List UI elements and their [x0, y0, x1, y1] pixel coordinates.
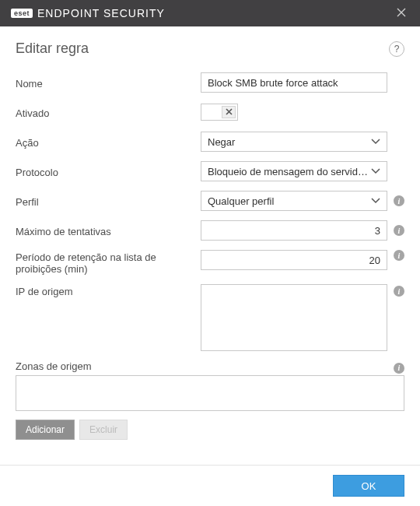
delete-button: Excluir — [79, 420, 128, 440]
form: Nome Ativado Ação Negar — [0, 61, 420, 440]
name-label: Nome — [16, 76, 201, 90]
retention-label: Período de retenção na lista de proibiçõ… — [16, 250, 201, 275]
source-zones-input[interactable] — [16, 375, 404, 411]
action-label: Ação — [16, 135, 201, 149]
name-input[interactable] — [201, 72, 387, 93]
help-button[interactable]: ? — [389, 41, 404, 57]
row-retention: Período de retenção na lista de proibiçõ… — [16, 250, 404, 275]
zone-actions: Adicionar Excluir — [16, 420, 404, 440]
profile-label: Perfil — [16, 195, 201, 208]
source-zones-label: Zonas de origem — [16, 360, 387, 372]
enabled-toggle[interactable] — [201, 104, 238, 121]
max-attempts-label: Máximo de tentativas — [16, 224, 201, 237]
footer: OK — [0, 465, 420, 506]
ok-button[interactable]: OK — [333, 475, 404, 497]
row-protocol: Protocolo Bloqueio de mensagem do servid… — [16, 161, 404, 181]
row-source-zones: Zonas de origem i — [16, 360, 404, 413]
chevron-down-icon — [371, 139, 380, 145]
info-icon[interactable]: i — [394, 195, 404, 206]
profile-value: Qualquer perfil — [208, 195, 371, 207]
row-action: Ação Negar — [16, 132, 404, 152]
source-ip-label: IP de origem — [16, 284, 201, 297]
info-icon[interactable]: i — [394, 363, 404, 374]
row-source-ip: IP de origem i — [16, 284, 404, 351]
brand-badge: eset — [11, 9, 33, 18]
protocol-select[interactable]: Bloqueio de mensagem do servidor (SMB) — [201, 161, 387, 181]
chevron-down-icon — [371, 198, 380, 204]
row-profile: Perfil Qualquer perfil i — [16, 191, 404, 211]
x-icon — [226, 107, 233, 117]
info-icon[interactable]: i — [394, 250, 404, 261]
window-close-button[interactable] — [390, 2, 412, 24]
protocol-label: Protocolo — [16, 165, 201, 178]
action-value: Negar — [208, 136, 371, 148]
toggle-knob — [222, 106, 236, 118]
page-title: Editar regra — [16, 40, 389, 57]
profile-select[interactable]: Qualquer perfil — [201, 191, 387, 211]
info-icon[interactable]: i — [394, 286, 404, 297]
row-enabled: Ativado — [16, 102, 404, 122]
enabled-label: Ativado — [16, 106, 201, 119]
info-icon[interactable]: i — [394, 225, 404, 236]
add-button[interactable]: Adicionar — [16, 420, 75, 440]
retention-input[interactable] — [201, 250, 387, 270]
row-name: Nome — [16, 72, 404, 93]
close-icon — [397, 6, 406, 20]
action-select[interactable]: Negar — [201, 132, 387, 152]
source-ip-input[interactable] — [201, 284, 387, 351]
chevron-down-icon — [371, 168, 380, 174]
protocol-value: Bloqueio de mensagem do servidor (SMB) — [208, 166, 371, 177]
max-attempts-input[interactable] — [201, 220, 387, 241]
page-header: Editar regra ? — [0, 26, 420, 61]
help-icon: ? — [394, 44, 400, 54]
row-max-attempts: Máximo de tentativas i — [16, 220, 404, 241]
titlebar: eset ENDPOINT SECURITY — [0, 0, 420, 26]
brand-title: ENDPOINT SECURITY — [37, 7, 165, 19]
